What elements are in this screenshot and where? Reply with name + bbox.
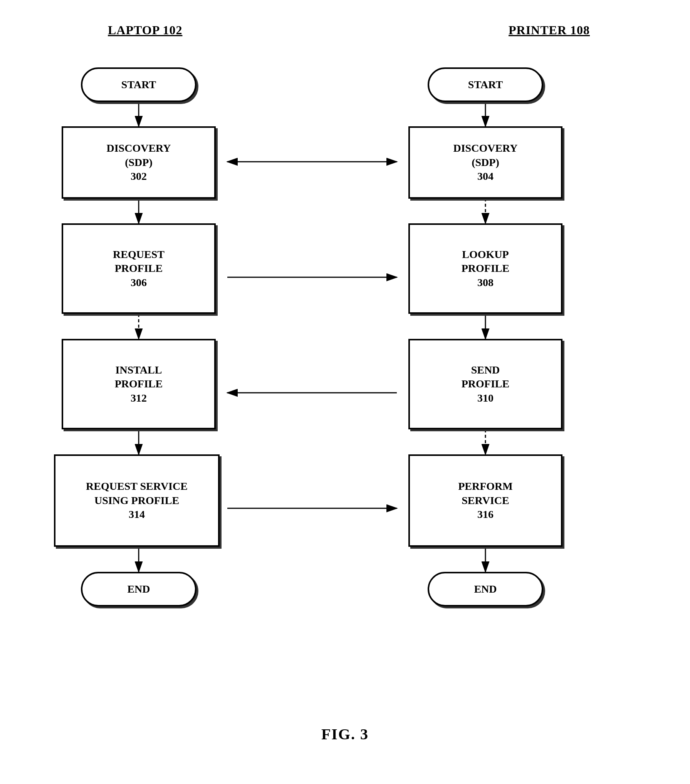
install-profile-node: INSTALL PROFILE 312 <box>62 339 216 429</box>
page: LAPTOP 102 PRINTER 108 <box>0 0 690 784</box>
send-profile-node: SEND PROFILE 310 <box>408 339 562 429</box>
request-profile-node: REQUEST PROFILE 306 <box>62 223 216 314</box>
discovery-304-node: DISCOVERY (SDP) 304 <box>408 126 562 199</box>
printer-header: PRINTER 108 <box>509 23 590 37</box>
laptop-end-node: END <box>81 572 196 606</box>
laptop-header: LAPTOP 102 <box>108 23 182 37</box>
figure-caption: FIG. 3 <box>321 725 369 743</box>
diagram: LAPTOP 102 PRINTER 108 <box>31 23 659 755</box>
lookup-profile-node: LOOKUP PROFILE 308 <box>408 223 562 314</box>
printer-start-node: START <box>428 67 543 102</box>
request-service-node: REQUEST SERVICE USING PROFILE 314 <box>54 454 220 547</box>
printer-end-node: END <box>428 572 543 606</box>
perform-service-node: PERFORM SERVICE 316 <box>408 454 562 547</box>
discovery-302-node: DISCOVERY (SDP) 302 <box>62 126 216 199</box>
laptop-start-node: START <box>81 67 196 102</box>
